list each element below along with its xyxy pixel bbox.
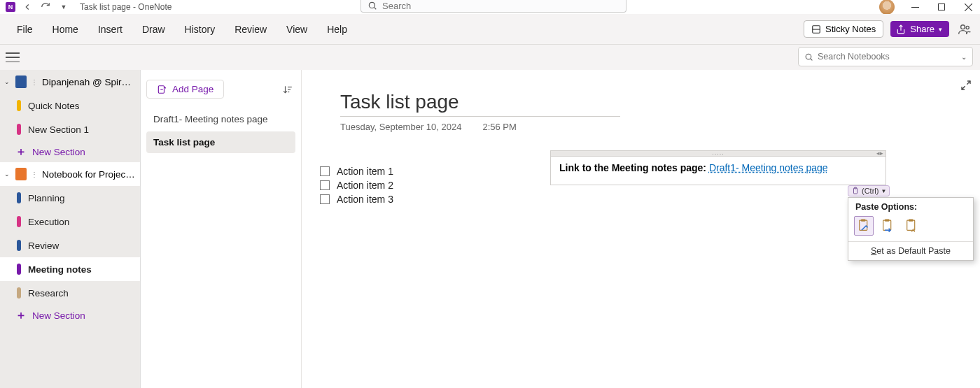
section-color-icon bbox=[17, 192, 21, 203]
search-notebooks-caret-icon[interactable]: ⌄ bbox=[961, 53, 967, 61]
share-caret-icon: ▾ bbox=[939, 26, 942, 33]
section-label: Quick Notes bbox=[28, 101, 80, 111]
maximize-button[interactable] bbox=[935, 1, 948, 13]
task-row[interactable]: Action item 1 bbox=[320, 164, 393, 178]
share-button[interactable]: Share ▾ bbox=[890, 21, 949, 37]
menu-review[interactable]: Review bbox=[225, 20, 276, 39]
notebook-name: Notebook for Project A bbox=[42, 169, 136, 180]
meeting-notes-link[interactable]: Draft1- Meeting notes page bbox=[709, 162, 828, 173]
menu-draw[interactable]: Draw bbox=[132, 20, 175, 39]
section-label: Research bbox=[28, 288, 69, 299]
page-title[interactable]: Task list page bbox=[340, 91, 620, 117]
notebook-icon bbox=[15, 76, 27, 88]
menu-view[interactable]: View bbox=[276, 20, 317, 39]
menu-insert[interactable]: Insert bbox=[88, 20, 132, 39]
resize-arrows-icon[interactable]: ◂▸ bbox=[876, 150, 883, 157]
quick-access-dropdown-icon[interactable]: ▼ bbox=[57, 1, 70, 13]
note-container[interactable]: ◂▸ Link to the Meeting notes page: Draft… bbox=[550, 150, 886, 185]
section-row[interactable]: Review bbox=[0, 233, 140, 257]
ctrl-label: (Ctrl) bbox=[862, 187, 878, 195]
window-title: Task list page - OneNote bbox=[80, 2, 172, 12]
menu-history[interactable]: History bbox=[175, 20, 225, 39]
minimize-button[interactable] bbox=[909, 1, 921, 13]
page-item[interactable]: Task list page bbox=[146, 131, 295, 153]
section-color-icon bbox=[17, 100, 21, 111]
task-label[interactable]: Action item 3 bbox=[337, 194, 393, 205]
task-label[interactable]: Action item 1 bbox=[337, 166, 393, 177]
section-label: Meeting notes bbox=[28, 264, 92, 275]
note-drag-handle[interactable]: ◂▸ bbox=[550, 150, 886, 156]
collapse-caret-icon[interactable]: ⌄ bbox=[4, 171, 11, 178]
paste-options-menu: Paste Options: A Set as Default Paste bbox=[848, 197, 974, 261]
menu-file[interactable]: File bbox=[7, 20, 43, 39]
notebook-sidebar: ⌄ ⋮ Dipanjenah @ Spiral... Quick Notes N… bbox=[0, 70, 141, 388]
paste-merge-button[interactable] bbox=[878, 216, 897, 236]
section-row[interactable]: Planning bbox=[0, 186, 140, 210]
new-section-button[interactable]: ＋ New Section bbox=[0, 141, 140, 162]
sticky-notes-button[interactable]: Sticky Notes bbox=[804, 20, 883, 38]
sort-pages-icon[interactable] bbox=[283, 85, 295, 94]
expand-icon[interactable] bbox=[960, 80, 972, 91]
section-color-icon bbox=[17, 124, 21, 135]
task-row[interactable]: Action item 2 bbox=[320, 178, 393, 192]
add-page-button[interactable]: Add Page bbox=[146, 80, 224, 99]
task-row[interactable]: Action item 3 bbox=[320, 192, 393, 206]
svg-point-8 bbox=[961, 24, 965, 29]
add-page-label: Add Page bbox=[172, 84, 214, 94]
plus-icon: ＋ bbox=[15, 308, 27, 323]
paste-text-only-button[interactable]: A bbox=[902, 216, 921, 236]
svg-line-20 bbox=[962, 86, 965, 89]
section-row[interactable]: New Section 1 bbox=[0, 117, 140, 141]
hamburger-icon[interactable] bbox=[6, 52, 20, 62]
new-section-label: New Section bbox=[32, 147, 85, 157]
user-avatar[interactable] bbox=[879, 0, 895, 15]
clipboard-keep-icon bbox=[857, 218, 871, 233]
ctrl-caret-icon: ▼ bbox=[881, 188, 886, 194]
menu-help[interactable]: Help bbox=[317, 20, 357, 39]
page-item[interactable]: Draft1- Meeting notes page bbox=[146, 108, 295, 130]
close-button[interactable] bbox=[962, 1, 974, 13]
note-body[interactable]: Link to the Meeting notes page: Draft1- … bbox=[550, 156, 886, 185]
menu-home[interactable]: Home bbox=[43, 20, 88, 39]
section-row[interactable]: Meeting notes bbox=[0, 257, 140, 281]
page-canvas[interactable]: Task list page Tuesday, September 10, 20… bbox=[302, 70, 980, 388]
back-arrow-icon[interactable] bbox=[21, 1, 34, 13]
section-row[interactable]: Execution bbox=[0, 210, 140, 233]
clipboard-text-icon: A bbox=[904, 218, 918, 233]
app-icon: N bbox=[6, 2, 15, 12]
task-label[interactable]: Action item 2 bbox=[337, 180, 393, 191]
notebook-row[interactable]: ⌄ ⋮ Dipanjenah @ Spiral... bbox=[0, 70, 140, 94]
people-icon[interactable] bbox=[956, 21, 973, 38]
new-section-label: New Section bbox=[32, 310, 85, 321]
forward-arrow-icon[interactable] bbox=[39, 1, 52, 13]
global-search-input[interactable] bbox=[360, 0, 626, 13]
paste-keep-source-button[interactable] bbox=[854, 216, 874, 236]
section-row[interactable]: Quick Notes bbox=[0, 94, 140, 117]
notebook-name: Dipanjenah @ Spiral... bbox=[42, 77, 136, 87]
svg-rect-29 bbox=[909, 220, 913, 222]
clipboard-merge-icon bbox=[881, 218, 895, 233]
set-default-paste-button[interactable]: Set as Default Paste bbox=[848, 242, 973, 260]
checkbox[interactable] bbox=[320, 166, 330, 176]
checkbox[interactable] bbox=[320, 194, 330, 204]
share-icon bbox=[896, 24, 906, 34]
section-row[interactable]: Research bbox=[0, 281, 140, 305]
page-date: Tuesday, September 10, 2024 bbox=[340, 122, 461, 132]
sticky-note-icon bbox=[811, 24, 821, 34]
new-section-button[interactable]: ＋ New Section bbox=[0, 305, 140, 326]
task-list: Action item 1 Action item 2 Action item … bbox=[320, 164, 393, 206]
page-time: 2:56 PM bbox=[482, 122, 516, 132]
section-color-icon bbox=[17, 264, 21, 275]
paste-ctrl-badge[interactable]: (Ctrl) ▼ bbox=[848, 185, 890, 196]
checkbox[interactable] bbox=[320, 180, 330, 190]
svg-rect-3 bbox=[939, 4, 945, 10]
notebook-icon bbox=[15, 168, 27, 180]
notebook-row[interactable]: ⌄ ⋮ Notebook for Project A bbox=[0, 162, 140, 186]
search-notebooks-input[interactable] bbox=[813, 52, 961, 62]
section-color-icon bbox=[17, 240, 21, 251]
search-notebooks-box[interactable]: ⌄ bbox=[798, 47, 973, 66]
svg-line-11 bbox=[811, 59, 812, 60]
svg-rect-25 bbox=[883, 220, 891, 230]
collapse-caret-icon[interactable]: ⌄ bbox=[4, 78, 11, 85]
section-color-icon bbox=[17, 216, 21, 227]
